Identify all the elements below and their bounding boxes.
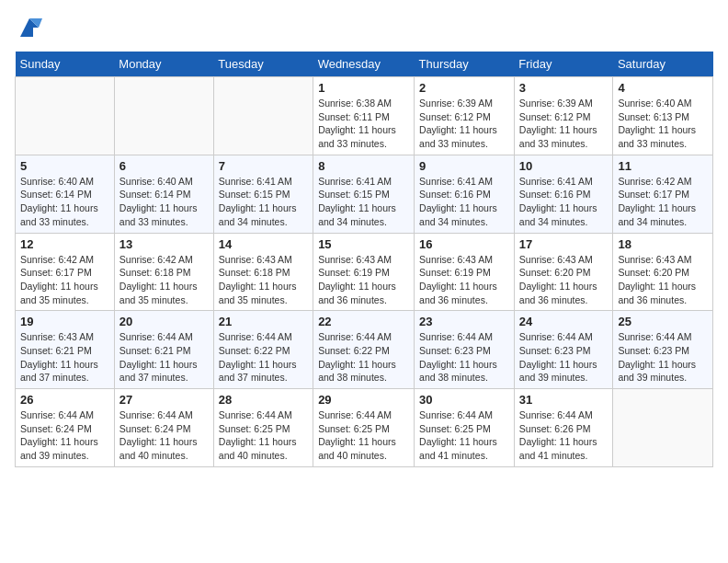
calendar-cell	[114, 77, 213, 155]
calendar-cell: 12Sunrise: 6:42 AM Sunset: 6:17 PM Dayli…	[16, 233, 115, 311]
calendar-cell: 29Sunrise: 6:44 AM Sunset: 6:25 PM Dayli…	[313, 389, 415, 467]
day-number: 6	[119, 159, 209, 173]
day-number: 22	[318, 315, 409, 328]
day-info: Sunrise: 6:43 AM Sunset: 6:19 PM Dayligh…	[318, 253, 409, 307]
calendar-cell: 5Sunrise: 6:40 AM Sunset: 6:14 PM Daylig…	[16, 155, 115, 233]
calendar-cell: 22Sunrise: 6:44 AM Sunset: 6:22 PM Dayli…	[313, 311, 415, 389]
day-number: 16	[419, 237, 509, 251]
day-info: Sunrise: 6:44 AM Sunset: 6:23 PM Dayligh…	[519, 330, 609, 385]
calendar-cell: 2Sunrise: 6:39 AM Sunset: 6:12 PM Daylig…	[415, 77, 515, 155]
weekday-header: Friday	[514, 52, 613, 77]
calendar-cell: 1Sunrise: 6:38 AM Sunset: 6:11 PM Daylig…	[313, 77, 415, 155]
weekday-header: Thursday	[415, 52, 515, 77]
day-number: 29	[318, 393, 409, 407]
day-info: Sunrise: 6:44 AM Sunset: 6:25 PM Dayligh…	[419, 408, 509, 463]
day-number: 27	[119, 393, 209, 407]
calendar-cell: 31Sunrise: 6:44 AM Sunset: 6:26 PM Dayli…	[514, 389, 613, 467]
weekday-header-row: SundayMondayTuesdayWednesdayThursdayFrid…	[16, 52, 713, 77]
day-number: 24	[519, 315, 609, 328]
day-number: 9	[419, 159, 509, 173]
day-info: Sunrise: 6:44 AM Sunset: 6:22 PM Dayligh…	[219, 330, 308, 385]
calendar-cell: 3Sunrise: 6:39 AM Sunset: 6:12 PM Daylig…	[514, 77, 613, 155]
day-info: Sunrise: 6:44 AM Sunset: 6:24 PM Dayligh…	[20, 408, 109, 463]
day-info: Sunrise: 6:44 AM Sunset: 6:26 PM Dayligh…	[519, 408, 609, 463]
page-header	[15, 15, 713, 40]
day-info: Sunrise: 6:44 AM Sunset: 6:24 PM Dayligh…	[119, 408, 209, 463]
calendar-cell: 14Sunrise: 6:43 AM Sunset: 6:18 PM Dayli…	[213, 233, 313, 311]
calendar-cell: 8Sunrise: 6:41 AM Sunset: 6:15 PM Daylig…	[313, 155, 415, 233]
day-number: 25	[618, 315, 708, 328]
day-info: Sunrise: 6:40 AM Sunset: 6:14 PM Dayligh…	[20, 175, 109, 229]
calendar-cell: 27Sunrise: 6:44 AM Sunset: 6:24 PM Dayli…	[114, 389, 213, 467]
day-number: 4	[618, 81, 708, 95]
calendar-week-row: 12Sunrise: 6:42 AM Sunset: 6:17 PM Dayli…	[16, 233, 713, 311]
calendar-cell: 28Sunrise: 6:44 AM Sunset: 6:25 PM Dayli…	[213, 389, 313, 467]
calendar-cell: 25Sunrise: 6:44 AM Sunset: 6:23 PM Dayli…	[613, 311, 713, 389]
day-info: Sunrise: 6:43 AM Sunset: 6:19 PM Dayligh…	[419, 253, 509, 307]
day-number: 20	[119, 315, 209, 328]
day-number: 13	[119, 237, 209, 251]
day-number: 2	[419, 81, 509, 95]
weekday-header: Tuesday	[213, 52, 313, 77]
day-number: 31	[519, 393, 609, 407]
day-number: 23	[419, 315, 509, 328]
weekday-header: Saturday	[613, 52, 713, 77]
day-number: 1	[318, 81, 409, 95]
day-info: Sunrise: 6:39 AM Sunset: 6:12 PM Dayligh…	[519, 97, 609, 151]
day-number: 11	[618, 159, 708, 173]
calendar-cell: 30Sunrise: 6:44 AM Sunset: 6:25 PM Dayli…	[415, 389, 515, 467]
day-info: Sunrise: 6:41 AM Sunset: 6:16 PM Dayligh…	[519, 175, 609, 229]
day-info: Sunrise: 6:40 AM Sunset: 6:13 PM Dayligh…	[618, 97, 708, 151]
day-number: 3	[519, 81, 609, 95]
calendar-cell: 20Sunrise: 6:44 AM Sunset: 6:21 PM Dayli…	[114, 311, 213, 389]
logo	[15, 15, 42, 40]
day-number: 17	[519, 237, 609, 251]
day-info: Sunrise: 6:43 AM Sunset: 6:21 PM Dayligh…	[20, 330, 109, 385]
calendar-cell: 15Sunrise: 6:43 AM Sunset: 6:19 PM Dayli…	[313, 233, 415, 311]
day-info: Sunrise: 6:44 AM Sunset: 6:22 PM Dayligh…	[318, 330, 409, 385]
day-info: Sunrise: 6:40 AM Sunset: 6:14 PM Dayligh…	[119, 175, 209, 229]
day-number: 19	[20, 315, 109, 328]
day-number: 10	[519, 159, 609, 173]
calendar-cell: 18Sunrise: 6:43 AM Sunset: 6:20 PM Dayli…	[613, 233, 713, 311]
calendar-cell: 13Sunrise: 6:42 AM Sunset: 6:18 PM Dayli…	[114, 233, 213, 311]
day-number: 15	[318, 237, 409, 251]
calendar-cell	[16, 77, 115, 155]
day-info: Sunrise: 6:44 AM Sunset: 6:25 PM Dayligh…	[219, 408, 308, 463]
day-number: 5	[20, 159, 109, 173]
calendar-cell: 21Sunrise: 6:44 AM Sunset: 6:22 PM Dayli…	[213, 311, 313, 389]
calendar-cell	[613, 389, 713, 467]
day-info: Sunrise: 6:42 AM Sunset: 6:17 PM Dayligh…	[20, 253, 109, 307]
day-number: 8	[318, 159, 409, 173]
day-number: 12	[20, 237, 109, 251]
day-info: Sunrise: 6:44 AM Sunset: 6:25 PM Dayligh…	[318, 408, 409, 463]
calendar-cell: 4Sunrise: 6:40 AM Sunset: 6:13 PM Daylig…	[613, 77, 713, 155]
calendar-cell: 26Sunrise: 6:44 AM Sunset: 6:24 PM Dayli…	[16, 389, 115, 467]
day-info: Sunrise: 6:38 AM Sunset: 6:11 PM Dayligh…	[318, 97, 409, 151]
day-number: 18	[618, 237, 708, 251]
calendar-cell: 16Sunrise: 6:43 AM Sunset: 6:19 PM Dayli…	[415, 233, 515, 311]
day-number: 26	[20, 393, 109, 407]
day-number: 30	[419, 393, 509, 407]
day-number: 21	[219, 315, 308, 328]
calendar-week-row: 26Sunrise: 6:44 AM Sunset: 6:24 PM Dayli…	[16, 389, 713, 467]
day-number: 28	[219, 393, 308, 407]
calendar-cell: 19Sunrise: 6:43 AM Sunset: 6:21 PM Dayli…	[16, 311, 115, 389]
calendar-cell: 10Sunrise: 6:41 AM Sunset: 6:16 PM Dayli…	[514, 155, 613, 233]
day-number: 14	[219, 237, 308, 251]
day-info: Sunrise: 6:44 AM Sunset: 6:23 PM Dayligh…	[618, 330, 708, 385]
calendar-week-row: 19Sunrise: 6:43 AM Sunset: 6:21 PM Dayli…	[16, 311, 713, 389]
day-info: Sunrise: 6:44 AM Sunset: 6:21 PM Dayligh…	[119, 330, 209, 385]
day-info: Sunrise: 6:42 AM Sunset: 6:18 PM Dayligh…	[119, 253, 209, 307]
day-info: Sunrise: 6:41 AM Sunset: 6:15 PM Dayligh…	[219, 175, 308, 229]
calendar-cell: 17Sunrise: 6:43 AM Sunset: 6:20 PM Dayli…	[514, 233, 613, 311]
calendar-cell: 7Sunrise: 6:41 AM Sunset: 6:15 PM Daylig…	[213, 155, 313, 233]
weekday-header: Sunday	[16, 52, 115, 77]
calendar-cell: 24Sunrise: 6:44 AM Sunset: 6:23 PM Dayli…	[514, 311, 613, 389]
calendar-cell: 23Sunrise: 6:44 AM Sunset: 6:23 PM Dayli…	[415, 311, 515, 389]
weekday-header: Wednesday	[313, 52, 415, 77]
calendar-table: SundayMondayTuesdayWednesdayThursdayFrid…	[15, 52, 713, 467]
calendar-cell: 9Sunrise: 6:41 AM Sunset: 6:16 PM Daylig…	[415, 155, 515, 233]
calendar-cell: 6Sunrise: 6:40 AM Sunset: 6:14 PM Daylig…	[114, 155, 213, 233]
day-info: Sunrise: 6:43 AM Sunset: 6:20 PM Dayligh…	[618, 253, 708, 307]
